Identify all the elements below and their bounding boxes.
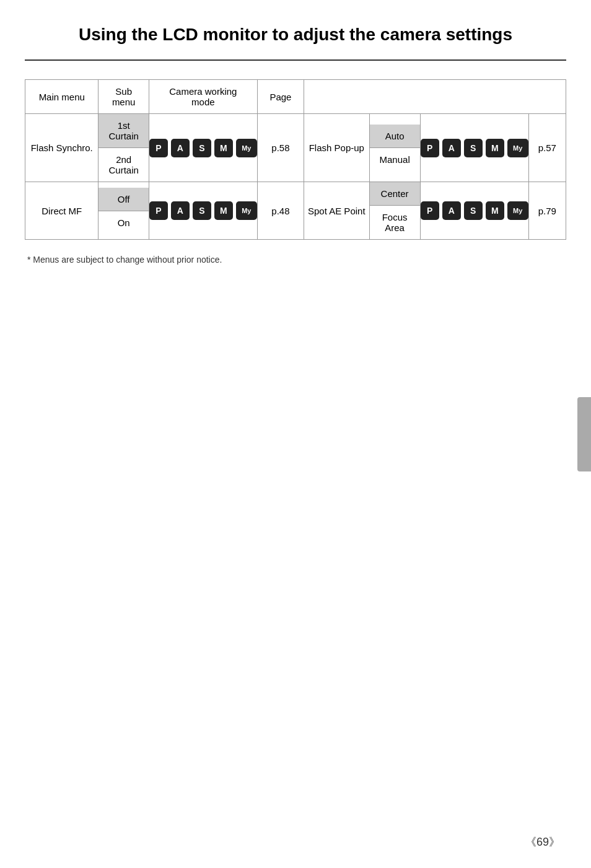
mode-badge-p: P <box>149 201 168 220</box>
mode-badge-p: P <box>149 139 168 157</box>
mode-badge-m: M <box>214 201 233 220</box>
mode-badges: PASMMy <box>149 201 257 220</box>
col-header-sub-menu: Sub menu <box>98 80 149 114</box>
page-ref-cell: p.57 <box>528 114 566 182</box>
page-ref-cell: p.48 <box>257 182 304 240</box>
mode-badge-m: M <box>486 201 504 220</box>
mode-badge-s: S <box>464 139 483 157</box>
mode-badge-my: My <box>236 139 257 157</box>
mode-badge-my: My <box>507 201 528 220</box>
mode-badge-my: My <box>507 139 528 157</box>
sub-menu-item: Auto <box>370 125 420 148</box>
sub-menu-item: 1st Curtain <box>98 114 148 148</box>
mode-badge-s: S <box>193 201 211 220</box>
mode-badge-a: A <box>442 139 461 157</box>
mode-cell: PASMMy <box>149 114 257 182</box>
sub-menu-item: Focus Area <box>370 206 420 239</box>
mode-badge-m: M <box>214 139 233 157</box>
table-header-row: Main menu Sub menu Camera working mode P… <box>25 80 566 114</box>
mode-badges: PASMMy <box>149 139 257 157</box>
page-number: 《69》 <box>525 835 560 849</box>
footnote: * Menus are subject to change without pr… <box>27 255 566 265</box>
mode-badges: PASMMy <box>421 201 528 220</box>
page-title: Using the LCD monitor to adjust the came… <box>25 12 566 61</box>
sub-menu-item: Manual <box>370 148 420 171</box>
sub-menu-item: 2nd Curtain <box>98 148 148 182</box>
mode-badge-p: P <box>421 139 439 157</box>
mode-badge-my: My <box>236 201 257 220</box>
main-menu-cell: Spot AE Point <box>304 182 369 240</box>
right-tab-decoration <box>577 397 591 471</box>
col-header-page: Page <box>257 80 304 114</box>
mode-badge-a: A <box>171 201 190 220</box>
main-menu-cell: Flash Pop-up <box>304 114 369 182</box>
sub-menu-cell: 1st Curtain2nd Curtain <box>98 114 149 182</box>
sub-menu-item: Center <box>370 182 420 206</box>
col-header-camera-mode: Camera working mode <box>149 80 257 114</box>
mode-cell: PASMMy <box>420 182 528 240</box>
page-ref-cell: p.58 <box>257 114 304 182</box>
sub-menu-cell: OffOn <box>98 182 149 240</box>
mode-badge-s: S <box>193 139 211 157</box>
main-table: Main menu Sub menu Camera working mode P… <box>25 79 566 240</box>
mode-badge-a: A <box>442 201 461 220</box>
sub-menu-item: Off <box>98 188 148 211</box>
mode-badge-a: A <box>171 139 190 157</box>
mode-cell: PASMMy <box>420 114 528 182</box>
page-ref-cell: p.79 <box>528 182 566 240</box>
mode-cell: PASMMy <box>149 182 257 240</box>
mode-badge-s: S <box>464 201 483 220</box>
sub-menu-cell: AutoManual <box>369 114 420 182</box>
mode-badges: PASMMy <box>421 139 528 157</box>
mode-badge-p: P <box>421 201 439 220</box>
sub-menu-cell: CenterFocus Area <box>369 182 420 240</box>
sub-menu-item: On <box>98 211 148 234</box>
mode-badge-m: M <box>486 139 504 157</box>
main-menu-cell: Flash Synchro. <box>25 114 98 182</box>
col-header-main-menu: Main menu <box>25 80 98 114</box>
main-menu-cell: Direct MF <box>25 182 98 240</box>
